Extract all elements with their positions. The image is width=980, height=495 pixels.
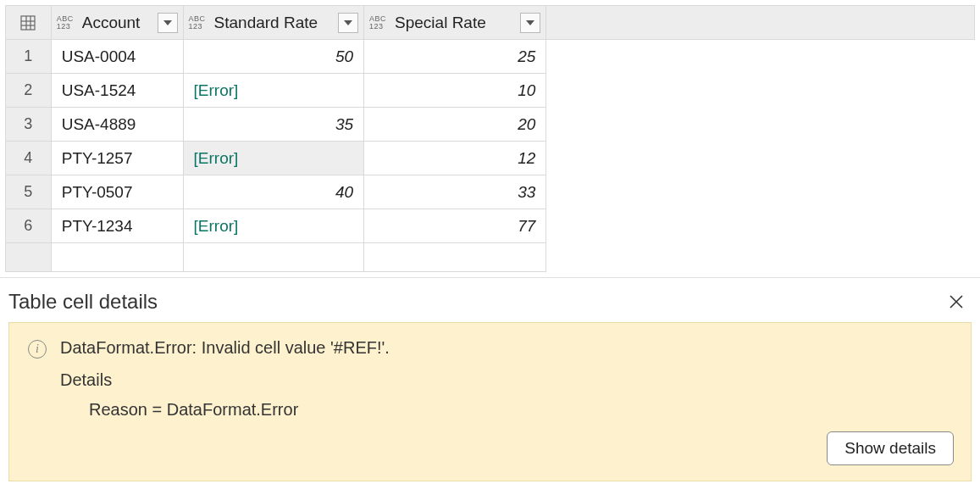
cell-special-rate[interactable]: 10: [364, 74, 546, 108]
error-value: [Error]: [194, 81, 239, 99]
cell-value: 40: [335, 183, 353, 201]
svg-rect-0: [21, 16, 35, 30]
row-number[interactable]: 6: [6, 209, 52, 243]
cell-standard-rate[interactable]: 35: [183, 108, 363, 142]
row-number[interactable]: 1: [6, 40, 52, 74]
cell-standard-rate[interactable]: [Error]: [183, 142, 363, 175]
row-number[interactable]: 4: [6, 142, 52, 175]
table-row[interactable]: 5PTY-05074033: [6, 175, 975, 209]
blank-row: [6, 243, 975, 272]
row-filler: [546, 142, 975, 175]
select-all-corner[interactable]: [6, 6, 52, 40]
cell-account[interactable]: PTY-1257: [51, 142, 183, 175]
cell-standard-rate[interactable]: 40: [183, 175, 363, 209]
table-row[interactable]: 3USA-48893520: [6, 108, 975, 142]
cell-special-rate[interactable]: 33: [364, 175, 546, 209]
data-grid[interactable]: ABC 123 Account ABC 123: [5, 5, 975, 272]
details-label: Details: [60, 370, 952, 390]
chevron-down-icon: [526, 20, 534, 25]
cell-value: 35: [335, 115, 353, 133]
datatype-any-icon[interactable]: ABC 123: [189, 15, 209, 31]
datatype-any-icon[interactable]: ABC 123: [57, 15, 77, 31]
column-header-special-rate[interactable]: ABC 123 Special Rate: [364, 6, 546, 40]
row-filler: [546, 108, 975, 142]
cell-account[interactable]: USA-0004: [51, 40, 183, 74]
cell-account[interactable]: PTY-0507: [51, 175, 183, 209]
row-number[interactable]: 3: [6, 108, 52, 142]
row-filler: [546, 175, 975, 209]
row-filler: [546, 74, 975, 108]
show-details-button[interactable]: Show details: [827, 431, 954, 465]
cell-account[interactable]: PTY-1234: [51, 209, 183, 243]
cell-special-rate[interactable]: 20: [364, 108, 546, 142]
column-filter-button[interactable]: [158, 13, 178, 33]
info-icon: i: [28, 340, 47, 359]
table-row[interactable]: 6PTY-1234[Error]77: [6, 209, 975, 243]
column-name: Standard Rate: [214, 14, 333, 32]
datatype-any-icon[interactable]: ABC 123: [369, 15, 390, 31]
close-icon: [950, 295, 963, 309]
column-name: Special Rate: [395, 14, 515, 32]
error-message-box: i DataFormat.Error: Invalid cell value '…: [8, 322, 972, 481]
cell-standard-rate[interactable]: 50: [183, 40, 363, 74]
error-reason: Reason = DataFormat.Error: [89, 400, 952, 420]
cell-standard-rate[interactable]: [Error]: [183, 74, 363, 108]
row-filler: [546, 40, 975, 74]
table-row[interactable]: 2USA-1524[Error]10: [6, 74, 975, 108]
column-filter-button[interactable]: [520, 13, 540, 33]
cell-standard-rate[interactable]: [Error]: [183, 209, 363, 243]
error-value: [Error]: [194, 217, 239, 235]
error-message-text: DataFormat.Error: Invalid cell value '#R…: [60, 338, 390, 358]
query-table: ABC 123 Account ABC 123: [0, 0, 980, 278]
cell-account[interactable]: USA-4889: [51, 108, 183, 142]
row-number[interactable]: 2: [6, 74, 52, 108]
table-icon: [19, 14, 36, 31]
chevron-down-icon: [344, 20, 352, 25]
row-number[interactable]: 5: [6, 175, 52, 209]
cell-details-panel: Table cell details i DataFormat.Error: I…: [0, 278, 980, 490]
cell-special-rate[interactable]: 25: [364, 40, 546, 74]
close-button[interactable]: [944, 290, 968, 314]
column-name: Account: [82, 14, 152, 32]
table-row[interactable]: 1USA-00045025: [6, 40, 975, 74]
column-header-account[interactable]: ABC 123 Account: [51, 6, 183, 40]
chevron-down-icon: [163, 20, 172, 25]
column-header-standard-rate[interactable]: ABC 123 Standard Rate: [183, 6, 363, 40]
error-value: [Error]: [194, 149, 239, 167]
table-row[interactable]: 4PTY-1257[Error]12: [6, 142, 975, 175]
cell-special-rate[interactable]: 12: [364, 142, 546, 175]
column-filter-button[interactable]: [338, 13, 358, 33]
row-filler: [546, 209, 975, 243]
cell-account[interactable]: USA-1524: [51, 74, 183, 108]
cell-special-rate[interactable]: 77: [364, 209, 546, 243]
cell-value: 50: [335, 47, 353, 65]
panel-title: Table cell details: [8, 290, 158, 314]
header-filler: [546, 6, 975, 40]
